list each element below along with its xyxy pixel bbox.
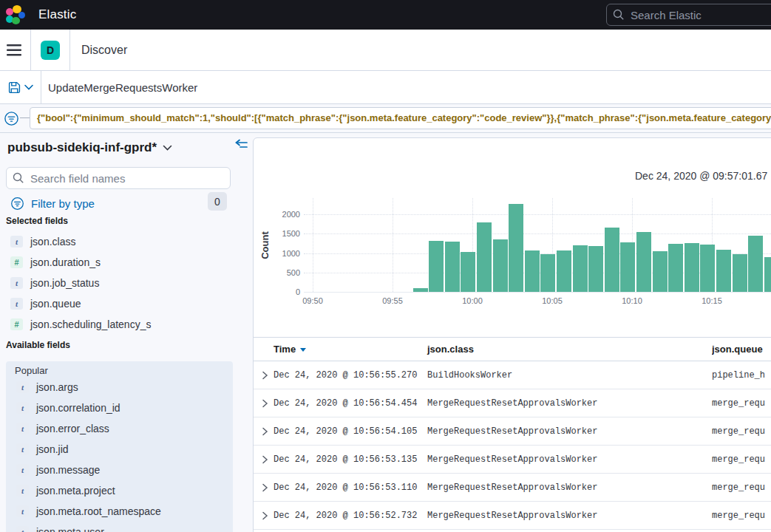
- available-fields-heading: Available fields: [6, 340, 70, 350]
- global-search[interactable]: [606, 4, 771, 26]
- chevron-down-icon: [24, 84, 33, 90]
- save-icon: [8, 81, 21, 94]
- y-tick: 1500: [271, 229, 300, 238]
- histogram-bar[interactable]: [605, 228, 619, 292]
- expand-row-icon[interactable]: [261, 370, 269, 381]
- query-input[interactable]: UpdateMergeRequestsWorker: [48, 81, 197, 94]
- menu-icon[interactable]: [7, 44, 21, 56]
- histogram-bar[interactable]: [685, 243, 699, 292]
- y-tick: 1000: [271, 249, 300, 258]
- histogram-bar[interactable]: [573, 245, 588, 292]
- cell-json-class: BuildHooksWorker: [427, 370, 712, 381]
- field-item[interactable]: t json.jid: [6, 439, 228, 460]
- field-name: json.correlation_id: [36, 402, 120, 414]
- field-type-icon: t: [16, 505, 29, 517]
- histogram-bar[interactable]: [493, 239, 508, 292]
- y-tick: 0: [271, 287, 300, 296]
- table-row[interactable]: Dec 24, 2020 @ 10:56:53.110 MergeRequest…: [254, 474, 771, 502]
- x-tick: 10:00: [455, 296, 490, 305]
- filter-pill[interactable]: {"bool":{"minimum_should_match":1,"shoul…: [30, 107, 771, 129]
- field-name: json.message: [36, 464, 100, 476]
- cell-json-queue: merge_requ: [712, 398, 771, 409]
- histogram-bar[interactable]: [653, 251, 668, 292]
- histogram-bar[interactable]: [525, 250, 540, 292]
- histogram-bar[interactable]: [636, 232, 651, 292]
- field-search[interactable]: [6, 167, 231, 189]
- table-row[interactable]: Dec 24, 2020 @ 10:56:53.135 MergeRequest…: [254, 446, 771, 474]
- cell-json-queue: merge_requ: [712, 511, 771, 521]
- field-item[interactable]: t json.class: [0, 231, 237, 252]
- filter-count-badge: 0: [208, 192, 227, 211]
- y-tick: 2000: [271, 210, 300, 219]
- histogram-bar[interactable]: [716, 250, 731, 292]
- x-tick: 10:10: [614, 296, 650, 305]
- histogram-bar[interactable]: [429, 241, 444, 292]
- x-tick: 09:55: [375, 296, 410, 305]
- results-panel: Dec 24, 2020 @ 09:57:01.67 Count 0500100…: [253, 137, 771, 532]
- histogram-bar[interactable]: [509, 204, 523, 292]
- table-header-row: Time json.class json.queue: [254, 337, 771, 361]
- field-search-input[interactable]: [6, 167, 231, 189]
- y-tick: 500: [271, 268, 300, 277]
- table-row[interactable]: Dec 24, 2020 @ 10:56:52.732 MergeRequest…: [254, 502, 771, 530]
- global-search-input[interactable]: [606, 4, 771, 26]
- histogram-bar[interactable]: [748, 236, 763, 292]
- expand-row-icon[interactable]: [261, 511, 269, 521]
- filter-by-type[interactable]: Filter by type 0: [0, 194, 237, 213]
- histogram-bar[interactable]: [461, 252, 475, 292]
- field-name: json.error_class: [36, 423, 109, 434]
- app-navbar: D Discover: [0, 30, 771, 71]
- column-header-json-queue[interactable]: json.queue: [712, 344, 771, 355]
- histogram-bar[interactable]: [413, 288, 428, 292]
- cell-time: Dec 24, 2020 @ 10:56:54.105: [274, 426, 427, 437]
- histogram-bar[interactable]: [620, 242, 635, 292]
- field-type-icon: t: [16, 443, 29, 455]
- index-pattern-selector[interactable]: pubsub-sidekiq-inf-gprd*: [7, 140, 172, 155]
- expand-row-icon[interactable]: [261, 482, 269, 493]
- histogram-bar[interactable]: [477, 222, 492, 293]
- collapse-sidebar-icon[interactable]: [235, 139, 248, 151]
- x-tick: 09:50: [295, 296, 330, 305]
- field-item[interactable]: t json.meta.user: [6, 522, 228, 532]
- save-query-button[interactable]: [0, 71, 41, 103]
- histogram-bar[interactable]: [700, 245, 715, 292]
- histogram-chart[interactable]: 050010001500200009:5009:5510:0010:0510:1…: [254, 138, 771, 316]
- filter-options-icon[interactable]: [4, 111, 19, 126]
- table-row[interactable]: Dec 24, 2020 @ 10:56:54.105 MergeRequest…: [254, 417, 771, 446]
- x-axis-line: [304, 292, 771, 293]
- brand-title: Elastic: [38, 7, 76, 22]
- field-item[interactable]: t json.message: [6, 460, 228, 480]
- field-item[interactable]: t json.args: [6, 377, 228, 398]
- histogram-bar[interactable]: [540, 254, 555, 292]
- histogram-bar[interactable]: [733, 254, 747, 292]
- body: pubsub-sidekiq-inf-gprd*: [0, 133, 771, 532]
- breadcrumb[interactable]: Discover: [81, 44, 127, 57]
- field-name: json.jid: [36, 443, 69, 455]
- field-item[interactable]: # json.scheduling_latency_s: [0, 314, 237, 335]
- chevron-down-icon: [163, 145, 172, 151]
- field-item[interactable]: t json.job_status: [0, 273, 237, 293]
- field-item[interactable]: t json.correlation_id: [6, 398, 228, 418]
- histogram-bar[interactable]: [668, 244, 683, 292]
- expand-row-icon[interactable]: [261, 426, 269, 437]
- field-item[interactable]: # json.duration_s: [0, 252, 237, 273]
- field-item[interactable]: t json.queue: [0, 293, 237, 314]
- discover-app-icon[interactable]: D: [41, 41, 60, 60]
- table-row[interactable]: Dec 24, 2020 @ 10:56:54.454 MergeRequest…: [254, 389, 771, 417]
- cell-json-class: MergeRequestResetApprovalsWorker: [427, 398, 712, 409]
- histogram-bar[interactable]: [764, 257, 771, 292]
- field-type-icon: t: [16, 402, 29, 414]
- elastic-logo-icon[interactable]: [6, 5, 25, 24]
- table-row[interactable]: Dec 24, 2020 @ 10:56:55.270 BuildHooksWo…: [254, 361, 771, 389]
- field-item[interactable]: t json.error_class: [6, 418, 228, 439]
- column-header-time[interactable]: Time: [274, 344, 427, 355]
- column-header-json-class[interactable]: json.class: [427, 344, 712, 355]
- field-item[interactable]: t json.meta.project: [6, 480, 228, 501]
- field-name: json.meta.root_namespace: [36, 505, 161, 517]
- histogram-bar[interactable]: [445, 242, 460, 292]
- expand-row-icon[interactable]: [261, 454, 269, 465]
- histogram-bar[interactable]: [588, 246, 603, 292]
- field-item[interactable]: t json.meta.root_namespace: [6, 501, 228, 522]
- expand-row-icon[interactable]: [261, 398, 269, 409]
- histogram-bar[interactable]: [557, 250, 571, 292]
